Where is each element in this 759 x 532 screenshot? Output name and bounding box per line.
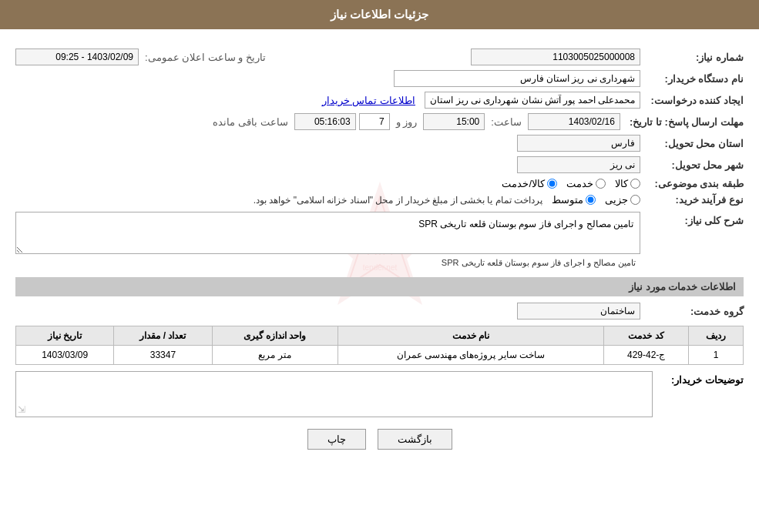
- service-group-label: گروه خدمت:: [643, 306, 744, 317]
- services-table: ردیف کد خدمت نام خدمت واحد اندازه گیری ت…: [15, 326, 744, 365]
- deadline-remaining-label: ساعت باقی مانده: [213, 116, 287, 128]
- deadline-days-input: [359, 113, 390, 130]
- city-label: شهر محل تحویل:: [643, 159, 744, 171]
- back-button[interactable]: بازگشت: [378, 429, 452, 450]
- city-input: [517, 156, 640, 173]
- services-section-title: اطلاعات خدمات مورد نیاز: [15, 277, 744, 296]
- col-unit: واحد اندازه گیری: [212, 326, 338, 346]
- need-number-input: [471, 49, 640, 65]
- col-quantity: تعداد / مقدار: [114, 326, 212, 346]
- cell-date: 1403/03/09: [16, 346, 114, 365]
- cell-quantity: 33347: [114, 346, 212, 365]
- col-service-name: نام خدمت: [338, 326, 604, 346]
- cell-row-num: 1: [688, 346, 743, 365]
- deadline-time-input: [423, 113, 485, 130]
- need-description-text: تامین مصالح و اجرای فاز سوم بوستان قلعه …: [15, 256, 640, 268]
- province-input: [517, 135, 640, 152]
- deadline-day-label: روز و: [396, 116, 418, 128]
- buyer-notes-label: توضیحات خریدار:: [659, 371, 744, 386]
- contact-link[interactable]: اطلاعات تماس خریدار: [322, 95, 415, 106]
- buyer-org-input: [394, 70, 640, 87]
- need-number-label: شماره نیاز:: [643, 52, 744, 63]
- subject-radio-khedmat[interactable]: خدمت: [566, 178, 606, 189]
- purchase-note: پرداخت تمام یا بخشی از مبلغ خریدار از مح…: [254, 195, 542, 206]
- purchase-radio-motavaset[interactable]: متوسط: [552, 194, 596, 206]
- page-title: جزئیات اطلاعات نیاز: [0, 0, 759, 29]
- need-description-textarea[interactable]: [15, 212, 640, 254]
- deadline-time-label: ساعت:: [491, 116, 522, 128]
- subject-radio-kala-khedmat[interactable]: کالا/خدمت: [502, 178, 557, 189]
- col-service-code: کد خدمت: [604, 326, 689, 346]
- announcement-datetime-input: [15, 49, 139, 65]
- cell-service-name: ساخت سایر پروژه‌های مهندسی عمران: [338, 346, 604, 365]
- province-label: استان محل تحویل:: [643, 138, 744, 149]
- cell-service-code: ج-42-429: [604, 346, 689, 365]
- resize-indicator: ⇲: [18, 404, 25, 415]
- print-button[interactable]: چاپ: [307, 429, 366, 450]
- purchase-type-radio-group: جزیی متوسط: [552, 194, 640, 206]
- deadline-label: مهلت ارسال پاسخ: تا تاریخ:: [623, 116, 744, 128]
- subject-radio-group: کالا خدمت کالا/خدمت: [502, 178, 640, 189]
- col-date: تاریخ نیاز: [16, 326, 114, 346]
- requester-label: ایجاد کننده درخواست:: [643, 95, 744, 106]
- requester-input: [425, 92, 640, 109]
- purchase-radio-jozi[interactable]: جزیی: [605, 194, 640, 206]
- subject-radio-kala[interactable]: کالا: [615, 178, 640, 189]
- announcement-datetime-label: تاریخ و ساعت اعلان عمومی:: [145, 52, 266, 63]
- deadline-clock-input: [294, 113, 356, 130]
- cell-unit: متر مربع: [212, 346, 338, 365]
- buyer-notes-box: ⇲: [15, 371, 653, 417]
- col-row-num: ردیف: [688, 326, 743, 346]
- table-row: 1 ج-42-429 ساخت سایر پروژه‌های مهندسی عم…: [16, 346, 744, 365]
- deadline-date-input: [528, 113, 620, 130]
- purchase-type-label: نوع فرآیند خرید:: [643, 194, 744, 206]
- subject-label: طبقه بندی موضوعی:: [643, 178, 744, 189]
- buttons-row: بازگشت چاپ: [15, 429, 744, 461]
- service-group-input: [517, 303, 640, 320]
- need-description-label: شرح کلی نیاز:: [643, 212, 744, 226]
- buyer-org-label: نام دستگاه خریدار:: [643, 73, 744, 85]
